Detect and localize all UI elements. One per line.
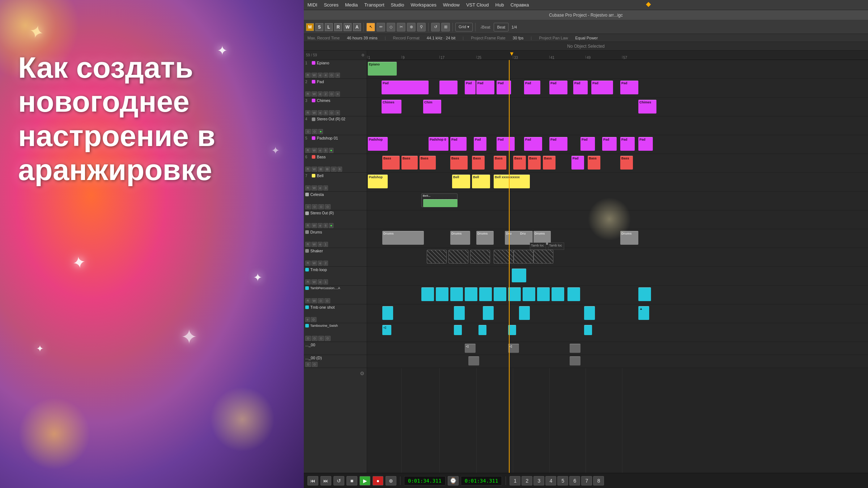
menu-workspaces[interactable]: Workspaces: [410, 2, 436, 8]
btn-w[interactable]: W: [344, 23, 352, 31]
clip-shaker-1[interactable]: [427, 250, 447, 264]
track-controls-bass[interactable]: RW ⊞⊞⊙6: [305, 167, 365, 172]
clip-chimes-1[interactable]: Chimes: [382, 100, 401, 114]
clip-chimes-3[interactable]: Chimes: [638, 100, 656, 114]
clip-padshop-11[interactable]: Pad: [638, 137, 653, 151]
clip-padshop-4[interactable]: Pad: [474, 137, 486, 151]
clip-swish-2[interactable]: [454, 325, 462, 335]
clip-padshop-10[interactable]: Pad: [620, 137, 635, 151]
clip-tambperc-5[interactable]: [479, 287, 492, 301]
rewind-btn[interactable]: ⏮: [307, 476, 318, 485]
play-btn[interactable]: ▶: [359, 476, 370, 485]
btn-r[interactable]: R: [334, 23, 342, 31]
clip-bass-10[interactable]: Bass: [588, 156, 600, 170]
menu-media[interactable]: Media: [345, 2, 358, 8]
loop-marker-8[interactable]: 8: [593, 476, 604, 485]
time-sync-btn[interactable]: ⌚: [448, 476, 459, 485]
clip-shaker-3[interactable]: [470, 250, 490, 264]
btn-a[interactable]: A: [353, 23, 361, 31]
clip-bass-11[interactable]: Bass: [620, 156, 633, 170]
clip-drums-7[interactable]: Drums: [620, 231, 638, 245]
clip-bass-3[interactable]: Bass: [420, 156, 436, 170]
clip-bass-2[interactable]: Bass: [401, 156, 418, 170]
clip-pad-7[interactable]: Pad: [549, 81, 567, 94]
clip-chimes-2[interactable]: Chim: [423, 100, 441, 114]
clip-pad-8[interactable]: Pad: [573, 81, 588, 94]
track-controls-tmbloop[interactable]: RW e1: [305, 279, 365, 284]
loop-marker-5[interactable]: 5: [557, 476, 568, 485]
clip-tambperc-8[interactable]: [523, 287, 535, 301]
clip-pad-2[interactable]: [439, 81, 458, 94]
clip-bass-7[interactable]: Bass: [513, 156, 526, 170]
menu-window[interactable]: Window: [443, 2, 460, 8]
clip-bell-padshop[interactable]: Padshop: [368, 175, 388, 188]
menu-studio[interactable]: Studio: [391, 2, 404, 8]
settings-gear-icon[interactable]: ⚙: [360, 371, 365, 376]
clip-tambperc-4[interactable]: [465, 287, 477, 301]
clip-tmboneshot-4[interactable]: [519, 306, 530, 320]
clip-tambperc-10[interactable]: [552, 287, 564, 301]
btn-s[interactable]: S: [315, 23, 323, 31]
menu-help[interactable]: Справка: [510, 2, 529, 8]
clip-00-1[interactable]: ◁: [465, 344, 476, 353]
menu-hub[interactable]: Hub: [495, 2, 504, 8]
clip-shaker-4[interactable]: [494, 250, 514, 264]
clip-bell-2[interactable]: Bell: [472, 175, 490, 188]
select-tool[interactable]: ↖: [366, 23, 375, 31]
clip-padshop-6[interactable]: Pad: [524, 137, 542, 151]
track-controls-bell[interactable]: RW e3: [305, 185, 365, 191]
track-controls-pad[interactable]: RW e2 ⊙≡: [305, 91, 365, 97]
clip-shaker-6[interactable]: [533, 250, 553, 264]
zoom-tool[interactable]: ⚲: [417, 23, 426, 31]
clip-00d-1[interactable]: [468, 356, 479, 365]
clip-tambperc-11[interactable]: [567, 287, 580, 301]
clip-pad-4[interactable]: Pad: [465, 81, 476, 94]
track-list-settings[interactable]: ⚙: [361, 53, 365, 57]
clip-tambperc-1[interactable]: [421, 287, 434, 301]
grid-selector[interactable]: Grid ▾: [455, 23, 473, 31]
clip-bell-3[interactable]: Bell xxxxxxxxxx: [494, 175, 530, 188]
track-controls-celesta[interactable]: ⊙⊙⊙⊙: [305, 204, 365, 209]
clip-shaker-2[interactable]: [448, 250, 468, 264]
clip-drums-3[interactable]: Drums: [476, 231, 494, 245]
back-btn[interactable]: ⏭: [320, 476, 331, 485]
clip-bass-5[interactable]: Bass: [472, 156, 485, 170]
loop-marker-1[interactable]: 1: [510, 476, 520, 485]
clip-tambperc-2[interactable]: [436, 287, 448, 301]
clip-bass-8[interactable]: Bass: [528, 156, 541, 170]
clip-tambperc-12[interactable]: [638, 287, 651, 301]
clip-bass-1[interactable]: Bass: [382, 156, 400, 170]
clip-swish-5[interactable]: [584, 325, 592, 335]
loop-marker-4[interactable]: 4: [545, 476, 556, 485]
clip-bell-1[interactable]: Bell: [452, 175, 470, 188]
clip-tambperc-3[interactable]: [450, 287, 463, 301]
quantize-selector[interactable]: Beat: [494, 23, 509, 31]
clip-pad-10[interactable]: Pad: [620, 81, 638, 94]
clip-tmboneshot-3[interactable]: [483, 306, 494, 320]
clip-pad-6[interactable]: Pad: [524, 81, 540, 94]
track-controls-shaker[interactable]: RW e2: [305, 261, 365, 266]
clip-padshop-7[interactable]: Pad: [549, 137, 567, 151]
loop-btn[interactable]: ↺: [431, 23, 440, 31]
track-controls-chimes[interactable]: RW e6 ⊙≡: [305, 110, 365, 115]
clip-pad-1[interactable]: Pad: [382, 81, 429, 94]
clip-bass-4[interactable]: Bass: [450, 156, 468, 170]
tracks-canvas[interactable]: Epiano Pad Pad Pad Pad Pad Pad Pad Pad P…: [367, 60, 868, 473]
loop-marker-7[interactable]: 7: [581, 476, 592, 485]
clip-bell-waveform[interactable]: [423, 199, 458, 207]
clip-drums-1[interactable]: Drums: [382, 231, 424, 245]
menu-vst-cloud[interactable]: VST Cloud: [466, 2, 489, 8]
clip-tambperc-9[interactable]: [537, 287, 550, 301]
clip-tmbloop-1[interactable]: [512, 269, 526, 282]
loop-btn[interactable]: ↺: [333, 476, 344, 485]
clip-bass-9[interactable]: Bass: [543, 156, 556, 170]
split-tool[interactable]: ✂: [397, 23, 405, 31]
btn-m[interactable]: M: [306, 23, 314, 31]
extra-btn[interactable]: ⊕: [386, 476, 396, 485]
draw-tool[interactable]: ✏: [376, 23, 385, 31]
clip-tmboneshot-2[interactable]: [454, 306, 465, 320]
stop-btn[interactable]: ■: [346, 476, 357, 485]
track-controls-padshop[interactable]: RW e6 ●: [305, 148, 365, 153]
clip-00d-2[interactable]: [570, 356, 580, 365]
clip-padshop-2[interactable]: Padshop 0: [429, 137, 448, 151]
